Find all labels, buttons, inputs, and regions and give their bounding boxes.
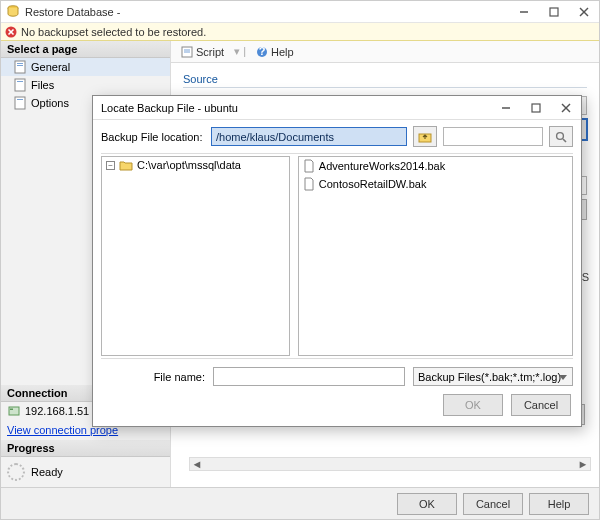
svg-rect-11: [15, 79, 25, 91]
help-icon: ?: [256, 46, 268, 58]
svg-point-25: [557, 132, 564, 139]
page-icon: [13, 96, 27, 110]
svg-rect-2: [550, 8, 558, 16]
svg-rect-10: [17, 65, 23, 66]
file-filter-text: Backup Files(*.bak;*.tm;*.log): [418, 371, 561, 383]
cancel-button[interactable]: Cancel: [463, 493, 523, 515]
page-icon: [13, 78, 27, 92]
dialog-titlebar: Locate Backup File - ubuntu: [93, 96, 581, 120]
svg-rect-16: [10, 409, 13, 411]
svg-rect-13: [15, 97, 25, 109]
svg-rect-14: [17, 99, 23, 100]
script-button[interactable]: Script: [177, 45, 228, 59]
dialog-close-button[interactable]: [551, 96, 581, 119]
search-input[interactable]: [443, 127, 543, 146]
error-icon: [5, 26, 17, 38]
progress-header: Progress: [1, 440, 170, 457]
select-page-header: Select a page: [1, 41, 170, 58]
svg-line-26: [563, 139, 566, 142]
scroll-left-icon[interactable]: ◄: [190, 458, 204, 470]
help-button[interactable]: ? Help: [252, 45, 298, 59]
file-name: ContosoRetailDW.bak: [319, 178, 427, 190]
list-item[interactable]: AdventureWorks2014.bak: [299, 157, 572, 175]
dialog-ok-button[interactable]: OK: [443, 394, 503, 416]
scroll-right-icon[interactable]: ►: [576, 458, 590, 470]
search-icon: [555, 131, 567, 143]
toolbar-separator: ▾ |: [234, 45, 246, 58]
maximize-button[interactable]: [539, 1, 569, 22]
minimize-button[interactable]: [509, 1, 539, 22]
svg-rect-15: [9, 407, 19, 415]
close-button[interactable]: [569, 1, 599, 22]
svg-text:?: ?: [259, 46, 266, 57]
location-input[interactable]: [211, 127, 407, 146]
filename-input[interactable]: [213, 367, 405, 386]
location-label: Backup File location:: [101, 131, 205, 143]
file-icon: [303, 159, 315, 173]
svg-rect-8: [15, 61, 25, 73]
horizontal-scrollbar[interactable]: ◄ ►: [189, 457, 591, 471]
search-button[interactable]: [549, 126, 573, 147]
page-label: General: [31, 61, 70, 73]
page-files[interactable]: Files: [1, 76, 170, 94]
tree-expand-icon[interactable]: −: [106, 161, 115, 170]
locate-backup-dialog: Locate Backup File - ubuntu Backup File …: [92, 95, 582, 427]
window-title: Restore Database -: [25, 6, 509, 18]
dialog-title: Locate Backup File - ubuntu: [101, 102, 491, 114]
dialog-cancel-button[interactable]: Cancel: [511, 394, 571, 416]
script-label: Script: [196, 46, 224, 58]
dialog-maximize-button[interactable]: [521, 96, 551, 119]
alert-text: No backupset selected to be restored.: [21, 26, 206, 38]
source-group: Source: [183, 73, 587, 88]
folder-icon: [119, 160, 133, 171]
content-toolbar: Script ▾ | ? Help: [171, 41, 599, 63]
svg-rect-21: [532, 104, 540, 112]
ok-button[interactable]: OK: [397, 493, 457, 515]
filename-label: File name:: [101, 371, 205, 383]
page-label: Options: [31, 97, 69, 109]
progress-spinner-icon: [7, 463, 25, 481]
list-item[interactable]: ContosoRetailDW.bak: [299, 175, 572, 193]
file-icon: [303, 177, 315, 191]
server-icon: [7, 404, 21, 418]
footer: OK Cancel Help: [1, 487, 599, 519]
page-general[interactable]: General: [1, 58, 170, 76]
folder-tree[interactable]: − C:\var\opt\mssql\data: [101, 156, 290, 356]
alert-bar: No backupset selected to be restored.: [1, 23, 599, 41]
file-filter-combo[interactable]: Backup Files(*.bak;*.tm;*.log): [413, 367, 573, 386]
up-folder-button[interactable]: [413, 126, 437, 147]
file-name: AdventureWorks2014.bak: [319, 160, 445, 172]
titlebar: Restore Database -: [1, 1, 599, 23]
help-footer-button[interactable]: Help: [529, 493, 589, 515]
file-list[interactable]: AdventureWorks2014.bak ContosoRetailDW.b…: [298, 156, 573, 356]
tree-label: C:\var\opt\mssql\data: [137, 159, 241, 171]
help-label: Help: [271, 46, 294, 58]
svg-rect-12: [17, 81, 23, 82]
page-icon: [13, 60, 27, 74]
dialog-minimize-button[interactable]: [491, 96, 521, 119]
svg-rect-9: [17, 63, 23, 64]
progress-text: Ready: [31, 466, 63, 478]
tree-row[interactable]: − C:\var\opt\mssql\data: [102, 157, 289, 173]
script-icon: [181, 46, 193, 58]
up-folder-icon: [418, 131, 432, 143]
page-label: Files: [31, 79, 54, 91]
db-restore-icon: [5, 4, 21, 20]
